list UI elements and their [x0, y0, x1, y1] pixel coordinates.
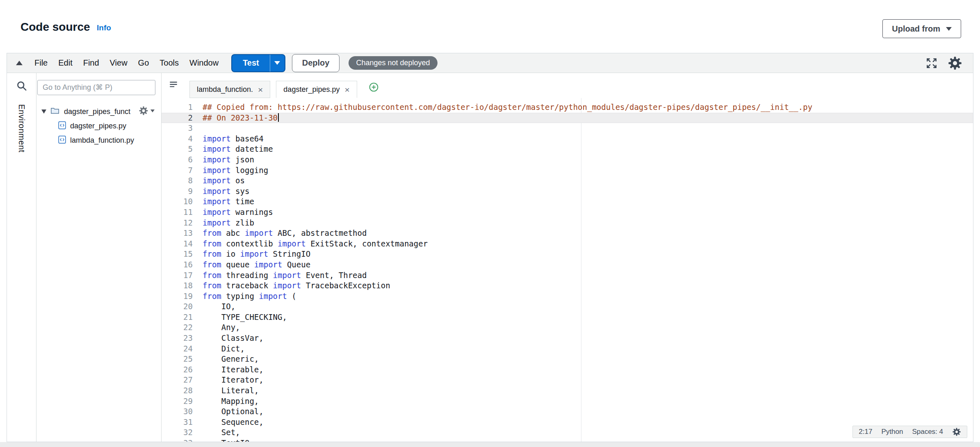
tree-settings-button[interactable]	[139, 106, 155, 116]
code-line[interactable]: import json	[203, 155, 973, 165]
line-number[interactable]: 22	[162, 322, 193, 333]
line-number[interactable]: 28	[162, 385, 193, 396]
page-title: Code source	[21, 21, 90, 34]
line-number[interactable]: 2	[162, 113, 193, 123]
code-line[interactable]: ## Copied from: https://raw.githubuserco…	[203, 102, 973, 113]
code-line[interactable]: Mapping,	[203, 396, 973, 407]
line-number[interactable]: 3	[162, 123, 193, 134]
code-line[interactable]: Any,	[203, 322, 973, 333]
line-number[interactable]: 7	[162, 165, 193, 176]
environment-label[interactable]: Environment	[17, 104, 26, 153]
upload-from-button[interactable]: Upload from	[882, 19, 961, 38]
settings-gear-icon[interactable]	[948, 56, 962, 71]
code-line[interactable]: TextIO,	[203, 438, 973, 442]
fullscreen-icon[interactable]	[925, 57, 938, 69]
line-number[interactable]: 31	[162, 417, 193, 428]
line-number[interactable]: 11	[162, 207, 193, 218]
new-tab-plus-icon[interactable]	[369, 82, 379, 94]
tree-file-lambda-function[interactable]: lambda_function.py	[36, 134, 161, 147]
code-line[interactable]: import warnings	[203, 207, 973, 218]
line-number[interactable]: 12	[162, 218, 193, 228]
code-line[interactable]: Dict,	[203, 344, 973, 354]
menu-edit[interactable]: Edit	[53, 58, 77, 68]
code-line[interactable]: from queue import Queue	[203, 260, 973, 270]
code-line[interactable]: from io import StringIO	[203, 249, 973, 260]
code-line[interactable]: TYPE_CHECKING,	[203, 312, 973, 323]
tab-lambda-function[interactable]: lambda_function. ×	[189, 81, 270, 98]
menu-tools[interactable]: Tools	[154, 58, 184, 68]
code-line[interactable]: import datetime	[203, 144, 973, 155]
line-number[interactable]: 19	[162, 291, 193, 302]
code-line[interactable]: from abc import ABC, abstractmethod	[203, 228, 973, 239]
code-line[interactable]: from contextlib import ExitStack, contex…	[203, 239, 973, 249]
line-number[interactable]: 10	[162, 196, 193, 207]
line-number[interactable]: 33	[162, 438, 193, 442]
line-number[interactable]: 29	[162, 396, 193, 407]
deploy-status-badge: Changes not deployed	[349, 56, 437, 70]
code-line[interactable]: from typing import (	[203, 291, 973, 302]
code-line[interactable]: import sys	[203, 186, 973, 197]
close-icon[interactable]: ×	[344, 85, 349, 94]
code-line[interactable]: Generic,	[203, 354, 973, 365]
code-line[interactable]: Optional,	[203, 406, 973, 417]
disclosure-triangle-icon[interactable]	[41, 109, 46, 114]
line-number[interactable]: 23	[162, 333, 193, 344]
test-dropdown-button[interactable]	[270, 54, 285, 72]
indentation-setting[interactable]: Spaces: 4	[912, 428, 943, 436]
close-icon[interactable]: ×	[258, 85, 263, 94]
code-line[interactable]: from traceback import TracebackException	[203, 281, 973, 291]
code-line[interactable]: ClassVar,	[203, 333, 973, 344]
code-lines: ## Copied from: https://raw.githubuserco…	[203, 102, 973, 442]
code-line[interactable]: ## On 2023-11-30	[203, 113, 973, 123]
line-number[interactable]: 21	[162, 312, 193, 323]
tab-dagster-pipes[interactable]: dagster_pipes.py ×	[276, 81, 357, 98]
line-number[interactable]: 24	[162, 344, 193, 354]
cursor-position[interactable]: 2:17	[859, 428, 872, 436]
statusbar-gear-icon[interactable]	[952, 427, 961, 436]
line-number[interactable]: 6	[162, 155, 193, 165]
line-number[interactable]: 9	[162, 186, 193, 197]
info-link[interactable]: Info	[97, 23, 111, 32]
goto-anything-input[interactable]	[37, 80, 155, 95]
menu-view[interactable]: View	[105, 58, 133, 68]
line-number[interactable]: 20	[162, 301, 193, 312]
file-list-icon[interactable]	[168, 80, 179, 92]
line-number[interactable]: 18	[162, 281, 193, 291]
line-number[interactable]: 26	[162, 365, 193, 375]
line-number[interactable]: 27	[162, 375, 193, 385]
deploy-button[interactable]: Deploy	[292, 54, 340, 72]
line-number[interactable]: 32	[162, 427, 193, 438]
code-line[interactable]: import os	[203, 176, 973, 186]
code-line[interactable]: from threading import Event, Thread	[203, 270, 973, 281]
line-number[interactable]: 25	[162, 354, 193, 365]
line-number[interactable]: 4	[162, 134, 193, 144]
code-editor[interactable]: 1234567891011121314151617181920212223242…	[162, 98, 973, 442]
line-number[interactable]: 17	[162, 270, 193, 281]
test-button[interactable]: Test	[231, 54, 270, 72]
collapse-panel-icon[interactable]	[16, 61, 23, 65]
line-number[interactable]: 15	[162, 249, 193, 260]
line-number[interactable]: 5	[162, 144, 193, 155]
line-number[interactable]: 30	[162, 406, 193, 417]
code-line[interactable]	[203, 123, 973, 134]
code-line[interactable]: Literal,	[203, 385, 973, 396]
language-mode[interactable]: Python	[881, 428, 903, 436]
search-icon[interactable]	[16, 80, 27, 93]
line-number[interactable]: 13	[162, 228, 193, 239]
menu-window[interactable]: Window	[184, 58, 224, 68]
menu-file[interactable]: File	[29, 58, 53, 68]
line-number[interactable]: 1	[162, 102, 193, 113]
line-number[interactable]: 16	[162, 260, 193, 270]
code-line[interactable]: import base64	[203, 134, 973, 144]
code-line[interactable]: IO,	[203, 301, 973, 312]
line-number[interactable]: 8	[162, 176, 193, 186]
line-number[interactable]: 14	[162, 239, 193, 249]
menu-go[interactable]: Go	[133, 58, 155, 68]
code-line[interactable]: Iterator,	[203, 375, 973, 385]
code-line[interactable]: import time	[203, 196, 973, 207]
menu-find[interactable]: Find	[78, 58, 105, 68]
tree-file-dagster-pipes[interactable]: dagster_pipes.py	[36, 119, 161, 132]
code-line[interactable]: import logging	[203, 165, 973, 176]
code-line[interactable]: Iterable,	[203, 365, 973, 375]
code-line[interactable]: import zlib	[203, 218, 973, 228]
